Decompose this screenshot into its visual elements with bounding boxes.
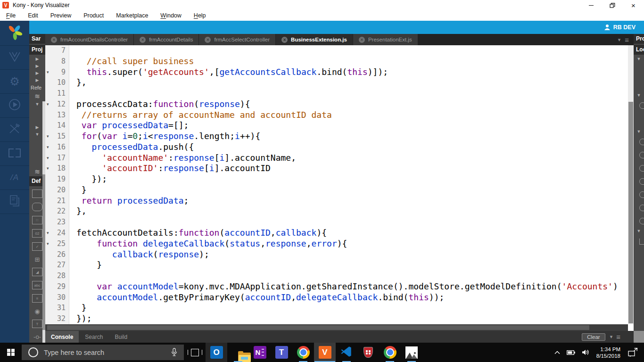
taskbar-app-onenote[interactable]: N (249, 343, 271, 362)
activity-build-tools[interactable] (0, 118, 29, 142)
tab-frmAccountDetails[interactable]: ×frmAccountDetails (134, 34, 198, 45)
taskbar-app-kony-visualizer[interactable]: V (314, 343, 336, 362)
editor-horizontal-scrollbar[interactable] (45, 324, 628, 331)
minimize-button[interactable] (580, 0, 602, 10)
code-text[interactable] (69, 45, 76, 56)
code-text[interactable]: 'accountName':response[i].accountName, (69, 153, 296, 164)
taskbar-app-photos[interactable] (401, 343, 422, 362)
tab-dropdown-icon[interactable]: ▾ (618, 37, 621, 43)
volume-icon[interactable] (582, 349, 589, 355)
skin-icon[interactable] (634, 99, 644, 112)
code-text[interactable]: 'accountID':response[i].accountID (69, 163, 271, 174)
tab-frmAccountDetailsController[interactable]: ×frmAccountDetailsController (45, 34, 133, 45)
vertical-scrollbar-thumb[interactable] (628, 102, 633, 323)
skin-icon[interactable] (634, 162, 644, 175)
horizontal-scrollbar-thumb[interactable] (47, 325, 589, 330)
tab-close-icon[interactable]: × (140, 37, 146, 43)
taskbar-search[interactable]: Type here to search (22, 345, 184, 360)
code-text[interactable]: fetchAccountDetails:function(accountID,c… (69, 228, 327, 239)
skin-icon[interactable] (634, 148, 644, 162)
menu-item-marketplace[interactable]: Marketplace (110, 12, 154, 19)
taskbar-app-vscode[interactable] (336, 343, 357, 362)
fold-arrow-icon[interactable]: ▾ (47, 239, 49, 249)
fold-arrow-icon[interactable]: ▾ (47, 142, 49, 153)
activity-settings-gear[interactable]: ⚙ (0, 70, 29, 94)
microphone-icon[interactable] (171, 348, 177, 357)
tab-BusinessExtension.js[interactable]: ×BusinessExtension.js (276, 34, 353, 45)
tab-hamburger-icon[interactable]: ≡ (625, 36, 629, 44)
taskbar-app-outlook[interactable]: O (206, 343, 227, 362)
code-editor[interactable]: 78 //call super business▾9 this.super('g… (45, 45, 628, 324)
battery-icon[interactable] (567, 350, 575, 355)
fold-arrow-icon[interactable]: ▾ (47, 163, 49, 174)
code-text[interactable]: this.super('getAccounts',[getAccountsCal… (69, 67, 388, 78)
fold-arrow-icon[interactable]: ▾ (47, 228, 49, 239)
menu-item-file[interactable]: File (0, 12, 22, 19)
fold-arrow-icon[interactable]: ▾ (47, 67, 49, 78)
fold-arrow-icon[interactable]: ▾ (47, 131, 49, 142)
corner-bracket-icon[interactable] (634, 235, 644, 245)
taskbar-app-security-shield[interactable] (357, 343, 379, 362)
restore-button[interactable] (602, 0, 623, 10)
panel-header-loo[interactable]: Loo (634, 45, 644, 55)
tab-close-icon[interactable]: × (281, 37, 288, 43)
collapse-arrow-icon[interactable]: ▼ (634, 92, 644, 99)
activity-run-play[interactable] (0, 94, 29, 118)
console-tab-console[interactable]: Console (45, 331, 79, 343)
task-view-button[interactable] (184, 343, 206, 362)
code-text[interactable]: } (69, 303, 87, 313)
expand-arrow-icon[interactable]: ▶ (29, 70, 45, 77)
editor-vertical-scrollbar[interactable] (628, 45, 634, 324)
skin-icon[interactable] (634, 135, 644, 148)
menu-item-edit[interactable]: Edit (22, 12, 44, 19)
console-tab-build[interactable]: Build (109, 331, 133, 343)
expand-arrow-icon[interactable]: ▶ (29, 56, 45, 63)
taskbar-app-teams[interactable]: T (271, 343, 292, 362)
code-text[interactable]: }, (69, 77, 87, 88)
clear-button[interactable]: Clear (582, 333, 605, 341)
fold-arrow-icon[interactable]: ▾ (47, 153, 49, 164)
panel-header-proj[interactable]: Proj (29, 45, 45, 55)
panel-header-prop[interactable]: Prop (634, 34, 644, 44)
taskbar-app-file-explorer[interactable] (227, 343, 249, 362)
user-account-button[interactable]: RB DEV (604, 24, 636, 31)
code-text[interactable]: }, (69, 206, 87, 217)
collapse-arrow-icon[interactable]: ▼ (634, 128, 644, 135)
taskbar-clock[interactable]: 1:34 PM 8/15/2018 (596, 346, 620, 359)
console-tab-search[interactable]: Search (79, 331, 108, 343)
start-button[interactable] (0, 343, 22, 362)
activity-visualizer-v[interactable] (0, 46, 29, 70)
expand-arrow-icon[interactable]: ▶ (29, 77, 45, 84)
console-hamburger-icon[interactable]: ≡ (616, 333, 620, 341)
console-dropdown-icon[interactable]: ▾ (610, 334, 613, 340)
menu-item-help[interactable]: Help (188, 12, 212, 19)
code-text[interactable]: }); (69, 313, 92, 324)
tab-close-icon[interactable]: × (359, 37, 365, 43)
tab-PresentationExt.js[interactable]: ×PresentationExt.js (353, 34, 418, 45)
skin-icon[interactable] (634, 201, 644, 214)
close-button[interactable]: × (623, 0, 644, 10)
hidden-icons-chevron[interactable] (554, 351, 560, 354)
activity-notes-document[interactable] (0, 190, 29, 214)
code-text[interactable]: function delegateCallback(status,respons… (69, 239, 347, 249)
code-text[interactable] (69, 271, 76, 281)
code-text[interactable] (69, 88, 76, 99)
code-text[interactable]: } (69, 185, 87, 196)
taskbar-app-chrome[interactable] (292, 343, 314, 362)
activity-skins-slash-a[interactable]: /A (0, 166, 29, 190)
code-text[interactable]: callback(response); (69, 249, 209, 260)
menu-item-window[interactable]: Window (154, 12, 187, 19)
skin-icon[interactable] (634, 188, 644, 201)
collapse-arrow-icon[interactable]: ▼ (634, 56, 644, 63)
collapse-arrow-icon[interactable]: ▼ (634, 228, 644, 235)
expand-arrow-icon[interactable]: ▶ (29, 63, 45, 70)
tab-close-icon[interactable]: × (205, 37, 211, 43)
menu-item-preview[interactable]: Preview (44, 12, 77, 19)
skin-icon[interactable] (634, 214, 644, 228)
action-center-icon[interactable] (627, 348, 638, 357)
code-text[interactable]: var accountModel=kony.mvc.MDAApplication… (69, 281, 618, 292)
activity-kony-logo[interactable] (0, 21, 29, 46)
fold-arrow-icon[interactable]: ▾ (47, 99, 49, 110)
code-text[interactable]: processAccData:function(response){ (69, 99, 250, 110)
skin-icon[interactable] (634, 175, 644, 188)
